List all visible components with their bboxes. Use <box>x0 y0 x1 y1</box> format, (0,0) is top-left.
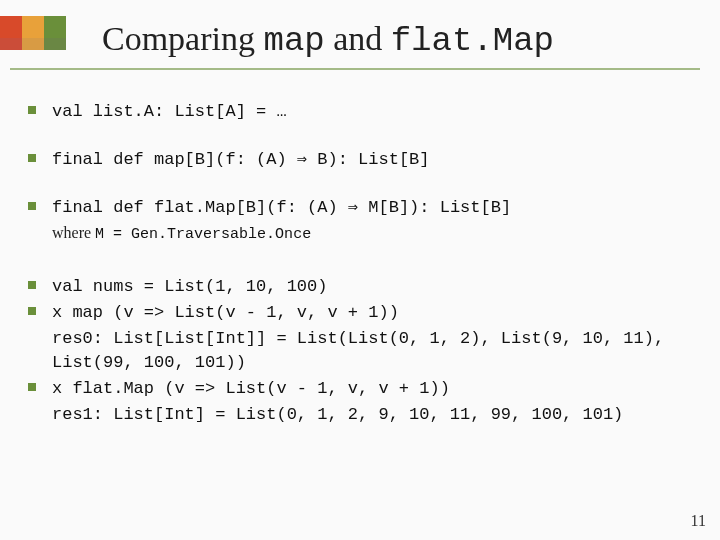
code-text: val nums = List(1, 10, 100) <box>52 277 327 296</box>
where-text: where <box>52 224 95 241</box>
code-text: final def map[B](f: (A) ⇒ B): List[B] <box>52 150 430 169</box>
code-text: final def flat.Map[B](f: (A) ⇒ M[B]): Li… <box>52 198 511 217</box>
bullet-icon <box>28 281 36 289</box>
title-text: and <box>325 20 391 57</box>
bullet-icon <box>28 383 36 391</box>
bullet-icon <box>28 307 36 315</box>
page-number: 11 <box>691 512 706 530</box>
result-line: res1: List[Int] = List(0, 1, 2, 9, 10, 1… <box>52 403 680 427</box>
code-text: val list.A: List[A] = … <box>52 102 287 121</box>
title-code: flat.Map <box>391 22 554 60</box>
bullet-line: x map (v => List(v - 1, v, v + 1)) <box>52 301 680 325</box>
bullet-icon <box>28 154 36 162</box>
bullet-line: val list.A: List[A] = … <box>52 100 680 124</box>
deco-square <box>22 38 44 50</box>
slide-body: val list.A: List[A] = … final def map[B]… <box>52 100 680 451</box>
title-code: map <box>263 22 324 60</box>
code-text: x map (v => List(v - 1, v, v + 1)) <box>52 303 399 322</box>
code-text: x flat.Map (v => List(v - 1, v, v + 1)) <box>52 379 450 398</box>
bullet-line: final def map[B](f: (A) ⇒ B): List[B] <box>52 148 680 172</box>
title-text: Comparing <box>102 20 263 57</box>
where-line: where M = Gen.Traversable.Once <box>52 222 680 245</box>
deco-square <box>22 16 44 38</box>
title-underline <box>10 68 700 70</box>
result-line: res0: List[List[Int]] = List(List(0, 1, … <box>52 327 680 375</box>
slide-title: Comparing map and flat.Map <box>102 20 554 60</box>
deco-square <box>44 16 66 38</box>
corner-decoration <box>0 0 100 70</box>
deco-square <box>0 38 22 50</box>
deco-square <box>0 16 22 38</box>
bullet-icon <box>28 106 36 114</box>
bullet-line: val nums = List(1, 10, 100) <box>52 275 680 299</box>
bullet-line: final def flat.Map[B](f: (A) ⇒ M[B]): Li… <box>52 196 680 220</box>
code-text: res1: List[Int] = List(0, 1, 2, 9, 10, 1… <box>52 405 623 424</box>
bullet-icon <box>28 202 36 210</box>
slide: Comparing map and flat.Map val list.A: L… <box>0 0 720 540</box>
where-code: M = Gen.Traversable.Once <box>95 226 311 243</box>
deco-square <box>44 38 66 50</box>
bullet-line: x flat.Map (v => List(v - 1, v, v + 1)) <box>52 377 680 401</box>
code-text: res0: List[List[Int]] = List(List(0, 1, … <box>52 329 664 372</box>
